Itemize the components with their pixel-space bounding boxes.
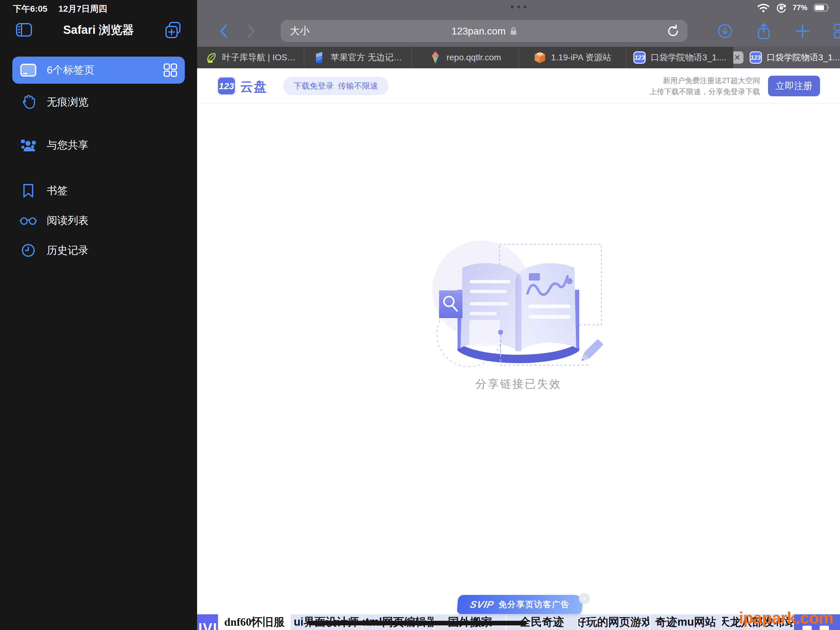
banner-close-icon[interactable]: ×: [579, 593, 590, 604]
multitasking-dots[interactable]: [511, 6, 526, 8]
downloads-button[interactable]: [717, 20, 733, 42]
site-header: 123 云盘 下载免登录 传输不限速 新用户免费注册送2T超大空间 上传下载不限…: [197, 68, 840, 104]
sidebar-item-shared-with-you[interactable]: 与您共享: [12, 131, 185, 159]
expired-link-illustration: [423, 228, 614, 370]
tabs-icon: [20, 63, 37, 77]
tab-pocket-academy-active[interactable]: ✕ 123 口袋学院物语3_1....: [733, 47, 840, 68]
new-tab-button[interactable]: [794, 20, 810, 42]
tab-yezilku[interactable]: 叶子库导航 | IOS…: [197, 47, 304, 68]
close-tab-icon[interactable]: ✕: [733, 51, 744, 64]
tab-overview-button[interactable]: [833, 20, 840, 42]
box-favicon: [534, 51, 546, 64]
brand-badge: 下载免登录 传输不限速: [283, 77, 388, 95]
register-button[interactable]: 立即注册: [768, 76, 820, 96]
sidebar-toggle-icon[interactable]: [15, 23, 33, 37]
promo-text: 新用户免费注册送2T超大空间 上传下载不限速，分享免登录下载: [649, 75, 760, 97]
123pan-favicon: 123: [750, 51, 762, 64]
tab-title: repo.qqtlr.com: [447, 52, 501, 62]
123pan-logo[interactable]: 123: [217, 76, 236, 96]
sidebar-item-private-browsing[interactable]: 无痕浏览: [12, 89, 185, 116]
clock-icon: [20, 243, 37, 258]
sidebar-item-label: 与您共享: [47, 138, 88, 152]
rotation-lock-icon: [776, 2, 786, 13]
web-content: 123 云盘 下载免登录 传输不限速 新用户免费注册送2T超大空间 上传下载不限…: [197, 68, 840, 630]
footer-link[interactable]: 好玩的网页游戏: [578, 614, 649, 630]
status-date: 12月7日周四: [58, 3, 107, 15]
wifi-icon: [757, 3, 770, 13]
tab-title: 口袋学院物语3_1....: [767, 52, 840, 63]
diamond-favicon: [429, 51, 442, 64]
battery-icon: [813, 4, 829, 12]
tab-freeform[interactable]: 苹果官方 无边记…: [304, 47, 411, 68]
tab-repo-qqtlr[interactable]: repo.qqtlr.com: [411, 47, 518, 68]
sidebar-item-reading-list[interactable]: 阅读列表: [12, 207, 185, 234]
strikethrough-bar: [308, 621, 527, 625]
sidebar-item-tab-overview[interactable]: 6个标签页: [12, 57, 185, 84]
partial-ad-logo[interactable]: IVI: [197, 614, 218, 630]
promo-line1: 新用户免费注册送2T超大空间: [649, 75, 760, 86]
hand-icon: [20, 94, 37, 110]
123pan-favicon: 123: [633, 51, 646, 64]
leaf-favicon: [205, 51, 217, 64]
tab-title: 1.19-iPA 资源站: [551, 52, 611, 63]
glasses-icon: [20, 215, 37, 226]
svip-label: SVIP: [469, 599, 495, 610]
reload-button[interactable]: [666, 20, 679, 42]
svip-banner-text: 免分享页访客广告: [498, 599, 570, 610]
freeform-favicon: [314, 51, 326, 64]
safari-window: 下午6:05 12月7日周四 Safari 浏览器 6个标签页: [0, 0, 840, 630]
battery-percentage: 77%: [793, 3, 807, 12]
watermark-text: ipapark.com: [739, 608, 833, 627]
sidebar-title: Safari 浏览器: [63, 22, 134, 38]
footer-link[interactable]: 奇迹mu网站: [650, 614, 721, 630]
tab-grid-view-icon[interactable]: [163, 63, 177, 77]
forward-button[interactable]: [242, 20, 261, 42]
back-button[interactable]: [214, 20, 233, 42]
browser-chrome: 77% 大小 123pan.com: [197, 0, 840, 630]
sidebar: 下午6:05 12月7日周四 Safari 浏览器 6个标签页: [0, 0, 197, 630]
lock-icon: [510, 27, 517, 35]
shared-with-you-icon: [20, 138, 37, 152]
address-bar[interactable]: 大小 123pan.com: [281, 20, 687, 42]
tab-ipa-site[interactable]: 1.19-iPA 资源站: [519, 47, 626, 68]
new-tab-group-icon[interactable]: [164, 21, 182, 38]
url-text: 123pan.com: [452, 25, 505, 37]
sidebar-item-history[interactable]: 历史记录: [12, 237, 185, 264]
sidebar-item-label: 无痕浏览: [47, 95, 88, 109]
bookmark-icon: [20, 184, 37, 198]
brand-name: 云盘: [240, 78, 267, 95]
tab-title: 叶子库导航 | IOS…: [222, 52, 296, 63]
tab-pocket-academy[interactable]: 123 口袋学院物语3_1....: [626, 47, 733, 68]
sidebar-item-label: 历史记录: [47, 243, 88, 258]
tab-title: 口袋学院物语3_1....: [651, 52, 726, 63]
sidebar-item-bookmarks[interactable]: 书签: [12, 177, 185, 204]
tab-bar: 叶子库导航 | IOS… 苹果官方 无边记… repo.qqtlr.com 1.…: [197, 47, 840, 68]
sidebar-item-label: 阅读列表: [47, 214, 88, 228]
browser-toolbar: 大小 123pan.com: [197, 15, 840, 47]
svip-ad-banner[interactable]: SVIP 免分享页访客广告: [457, 595, 583, 614]
expired-link-message: 分享链接已失效: [197, 377, 840, 392]
status-bar-right: 77%: [757, 0, 829, 15]
status-bar-left: 下午6:05 12月7日周四: [13, 3, 107, 15]
promo-line2: 上传下载不限速，分享免登录下载: [649, 86, 760, 97]
share-button[interactable]: [756, 20, 772, 42]
tab-title: 苹果官方 无边记…: [331, 52, 402, 63]
sidebar-item-label: 6个标签页: [47, 63, 95, 77]
sidebar-header: Safari 浏览器: [15, 19, 182, 41]
footer-link[interactable]: dnf60怀旧服: [219, 614, 290, 630]
sidebar-item-label: 书签: [47, 184, 68, 198]
status-time: 下午6:05: [13, 3, 47, 15]
